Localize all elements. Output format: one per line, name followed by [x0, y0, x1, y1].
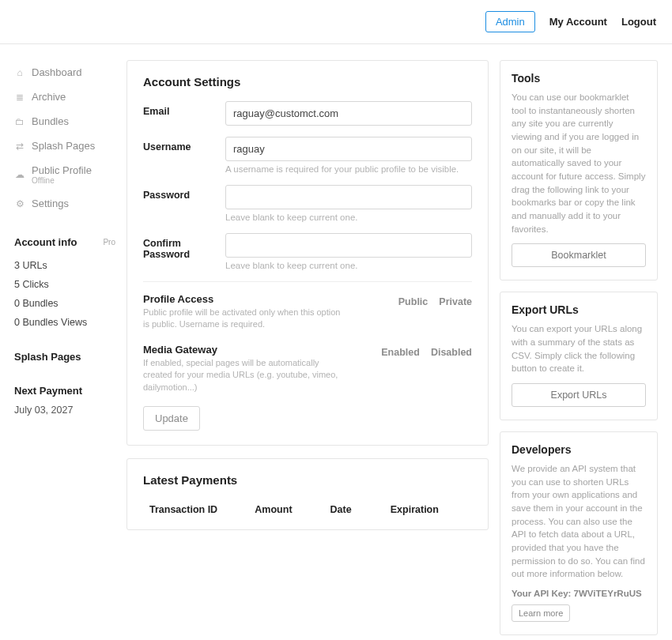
arrows-icon: ⇄ [14, 141, 25, 152]
payments-header-row: Transaction ID Amount Date Expiration [143, 499, 472, 515]
home-icon: ⌂ [14, 67, 25, 78]
password-hint: Leave blank to keep current one. [225, 213, 472, 222]
developers-panel: Developers We provide an API system that… [500, 431, 658, 635]
email-row: Email [143, 101, 472, 126]
developers-desc: We provide an API system that you can us… [512, 462, 646, 581]
my-account-link[interactable]: My Account [549, 16, 607, 28]
password-label: Password [143, 185, 225, 201]
main-column: Account Settings Email Username A userna… [126, 60, 489, 635]
email-label: Email [143, 101, 225, 117]
profile-access-title: Profile Access [143, 293, 387, 305]
top-nav: Admin My Account Logout [0, 0, 672, 44]
password-input[interactable] [225, 185, 472, 209]
confirm-password-hint: Leave blank to keep current one. [225, 261, 472, 270]
nav-sublabel: Offline [32, 176, 92, 185]
stat-bundles[interactable]: 0 Bundles [14, 294, 115, 313]
logout-link[interactable]: Logout [621, 16, 656, 28]
email-input[interactable] [225, 101, 472, 126]
nav-label: Bundles [32, 115, 69, 127]
api-key-line: Your API Key: 7WViTEYrRuUS [512, 589, 646, 598]
export-urls-button[interactable]: Export URLs [512, 383, 646, 407]
panel-title: Account Settings [143, 75, 472, 88]
password-row: Password Leave blank to keep current one… [143, 185, 472, 222]
sidebar-item-bundles[interactable]: 🗀Bundles [14, 109, 115, 134]
page-body: ⌂Dashboard ≣Archive 🗀Bundles ⇄Splash Pag… [0, 44, 672, 640]
sidebar-item-splash[interactable]: ⇄Splash Pages [14, 134, 115, 158]
media-gateway-row: Media Gateway If enabled, special pages … [143, 344, 472, 393]
sidebar-item-settings[interactable]: ⚙Settings [14, 191, 115, 216]
next-payment-date: July 03, 2027 [14, 405, 115, 416]
next-payment-heading: Next Payment [14, 385, 115, 397]
sidebar-item-archive[interactable]: ≣Archive [14, 85, 115, 109]
username-row: Username A username is required for your… [143, 137, 472, 174]
col-transaction-id: Transaction ID [149, 504, 255, 515]
export-desc: You can export your URLs along with a su… [512, 322, 646, 375]
pro-badge: Pro [103, 238, 115, 247]
col-date: Date [330, 504, 391, 515]
cloud-icon: ☁ [14, 169, 25, 180]
divider [143, 281, 472, 282]
col-amount: Amount [255, 504, 330, 515]
developers-title: Developers [512, 443, 646, 456]
admin-link[interactable]: Admin [485, 11, 535, 32]
media-gateway-desc: If enabled, special pages will be automa… [143, 357, 349, 393]
media-gateway-enabled[interactable]: Enabled [381, 347, 420, 358]
sidebar-nav: ⌂Dashboard ≣Archive 🗀Bundles ⇄Splash Pag… [14, 60, 115, 216]
sidebar-item-public-profile[interactable]: ☁Public ProfileOffline [14, 158, 115, 191]
tools-panel: Tools You can use our bookmarklet tool t… [500, 60, 658, 280]
media-gateway-title: Media Gateway [143, 344, 370, 356]
stat-bundle-views[interactable]: 0 Bundles Views [14, 313, 115, 332]
confirm-password-input[interactable] [225, 233, 472, 258]
right-column: Tools You can use our bookmarklet tool t… [500, 60, 658, 635]
username-label: Username [143, 137, 225, 152]
splash-pages-link[interactable]: Splash Pages [14, 351, 115, 363]
bookmarklet-button[interactable]: Bookmarklet [512, 243, 646, 267]
sidebar-item-dashboard[interactable]: ⌂Dashboard [14, 60, 115, 85]
account-settings-panel: Account Settings Email Username A userna… [126, 60, 489, 446]
account-stats: 3 URLs 5 Clicks 0 Bundles 0 Bundles View… [14, 256, 115, 332]
latest-payments-panel: Latest Payments Transaction ID Amount Da… [126, 458, 489, 530]
list-icon: ≣ [14, 92, 25, 103]
account-info-heading: Account infoPro [14, 236, 115, 248]
update-button[interactable]: Update [143, 406, 200, 431]
profile-access-private[interactable]: Private [439, 296, 472, 307]
media-gateway-disabled[interactable]: Disabled [431, 347, 472, 358]
nav-label: Dashboard [32, 66, 82, 78]
payments-title: Latest Payments [143, 473, 472, 487]
folder-icon: 🗀 [14, 116, 25, 127]
nav-label: Public Profile [32, 164, 92, 176]
confirm-password-label: Confirm Password [143, 233, 225, 260]
confirm-password-row: Confirm Password Leave blank to keep cur… [143, 233, 472, 270]
sidebar: ⌂Dashboard ≣Archive 🗀Bundles ⇄Splash Pag… [14, 60, 115, 635]
gear-icon: ⚙ [14, 198, 25, 209]
api-key-value: 7WViTEYrRuUS [574, 589, 642, 598]
nav-label: Settings [32, 198, 69, 209]
profile-access-public[interactable]: Public [398, 296, 428, 307]
profile-access-desc: Public profile will be activated only wh… [143, 307, 349, 331]
username-hint: A username is required for your public p… [225, 164, 472, 174]
export-title: Export URLs [512, 303, 646, 316]
nav-label: Splash Pages [32, 140, 95, 152]
stat-clicks[interactable]: 5 Clicks [14, 275, 115, 294]
profile-access-row: Profile Access Public profile will be ac… [143, 293, 472, 331]
tools-desc: You can use our bookmarklet tool to inst… [512, 91, 646, 235]
nav-label: Archive [32, 91, 66, 103]
stat-urls[interactable]: 3 URLs [14, 256, 115, 275]
learn-more-button[interactable]: Learn more [512, 604, 570, 622]
tools-title: Tools [512, 72, 646, 85]
export-panel: Export URLs You can export your URLs alo… [500, 292, 658, 420]
col-expiration: Expiration [391, 504, 466, 515]
username-input[interactable] [225, 137, 472, 161]
